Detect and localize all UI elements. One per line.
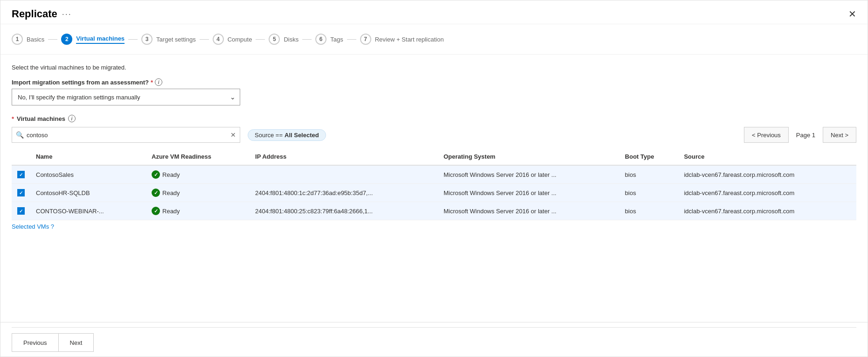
step-6-circle: 6 — [315, 34, 326, 45]
row-name: CONTOSO-WEBINAR-... — [30, 202, 146, 220]
col-ip: IP Address — [250, 148, 438, 165]
row-boot: bios — [619, 165, 679, 184]
step-divider-3 — [200, 39, 209, 40]
section-description: Select the virtual machines to be migrat… — [12, 64, 856, 71]
vm-table: Name Azure VM Readiness IP Address Opera… — [12, 148, 856, 220]
table-row: ✓ CONTOSO-WEBINAR-... ✓ Ready 2404:f801:… — [12, 202, 856, 220]
page-container: Replicate ··· ✕ 1 Basics 2 Virtual machi… — [0, 0, 868, 357]
step-3-label: Target settings — [156, 36, 196, 43]
row-ip: 2404:f801:4800:1c:2d77:36ad:e95b:35d7,..… — [250, 184, 438, 202]
step-2-circle: 2 — [61, 34, 72, 45]
filter-value: All Selected — [285, 132, 319, 139]
col-checkbox — [12, 148, 30, 165]
footer-next-button[interactable]: Next — [58, 333, 94, 352]
row-os: Microsoft Windows Server 2016 or later .… — [438, 165, 619, 184]
step-5-circle: 5 — [269, 34, 280, 45]
import-field-label: Import migration settings from an assess… — [12, 78, 856, 86]
previous-page-button[interactable]: < Previous — [744, 127, 789, 143]
step-1-circle: 1 — [12, 34, 23, 45]
header-left: Replicate ··· — [12, 8, 72, 20]
vm-required-star: * — [12, 115, 14, 122]
step-divider-2 — [128, 39, 138, 40]
footer-previous-button[interactable]: Previous — [12, 333, 58, 352]
row-checkbox-cell[interactable]: ✓ — [12, 165, 30, 184]
import-info-icon[interactable]: i — [155, 78, 162, 86]
row-name: ContosoSales — [30, 165, 146, 184]
ready-label: Ready — [162, 189, 180, 196]
import-dropdown-value: No, I'll specify the migration settings … — [18, 94, 140, 101]
search-filter-bar: 🔍 ✕ Source == All Selected < Previous Pa… — [12, 127, 856, 143]
row-os: Microsoft Windows Server 2016 or later .… — [438, 202, 619, 220]
row-readiness: ✓ Ready — [146, 165, 250, 184]
import-dropdown[interactable]: No, I'll specify the migration settings … — [12, 89, 240, 105]
row-source: idclab-vcen67.fareast.corp.microsoft.com — [678, 202, 856, 220]
step-tags[interactable]: 6 Tags — [315, 32, 343, 47]
row-checkbox[interactable]: ✓ — [17, 189, 25, 196]
row-checkbox[interactable]: ✓ — [17, 171, 25, 178]
footer: Previous Next — [0, 322, 868, 357]
step-target-settings[interactable]: 3 Target settings — [141, 32, 196, 47]
row-boot: bios — [619, 184, 679, 202]
filter-badge[interactable]: Source == All Selected — [248, 129, 326, 141]
header: Replicate ··· ✕ — [0, 0, 868, 24]
step-2-label: Virtual machines — [76, 35, 125, 44]
col-os: Operating System — [438, 148, 619, 165]
selected-vms-link[interactable]: Selected VMs ? — [12, 223, 54, 230]
row-source: idclab-vcen67.fareast.corp.microsoft.com — [678, 165, 856, 184]
step-compute[interactable]: 4 Compute — [213, 32, 252, 47]
vm-section-label: * Virtual machines i — [12, 115, 856, 122]
step-divider-4 — [256, 39, 265, 40]
next-page-button[interactable]: Next > — [823, 127, 856, 143]
step-7-label: Review + Start replication — [375, 36, 444, 43]
row-name: ContosoHR-SQLDB — [30, 184, 146, 202]
page-title: Replicate — [12, 8, 57, 20]
step-review[interactable]: 7 Review + Start replication — [360, 32, 444, 47]
table-header-row: Name Azure VM Readiness IP Address Opera… — [12, 148, 856, 165]
more-options-icon[interactable]: ··· — [62, 9, 72, 19]
page-info: Page 1 — [791, 132, 821, 139]
row-readiness: ✓ Ready — [146, 202, 250, 220]
step-7-circle: 7 — [360, 34, 371, 45]
row-readiness: ✓ Ready — [146, 184, 250, 202]
row-os: Microsoft Windows Server 2016 or later .… — [438, 184, 619, 202]
step-divider-6 — [347, 39, 356, 40]
step-3-circle: 3 — [141, 34, 153, 45]
row-checkbox[interactable]: ✓ — [17, 207, 25, 215]
search-box: 🔍 ✕ — [12, 127, 240, 143]
table-row: ✓ ContosoHR-SQLDB ✓ Ready 2404:f801:4800… — [12, 184, 856, 202]
main-content: Select the virtual machines to be migrat… — [0, 55, 868, 322]
step-1-label: Basics — [27, 36, 44, 43]
step-basics[interactable]: 1 Basics — [12, 32, 44, 47]
row-source: idclab-vcen67.fareast.corp.microsoft.com — [678, 184, 856, 202]
step-divider-1 — [48, 39, 57, 40]
col-boot: Boot Type — [619, 148, 679, 165]
step-4-label: Compute — [228, 36, 252, 43]
row-boot: bios — [619, 202, 679, 220]
filter-prefix: Source == — [255, 132, 283, 139]
step-6-label: Tags — [330, 36, 343, 43]
close-icon[interactable]: ✕ — [848, 9, 856, 19]
ready-icon: ✓ — [152, 207, 160, 215]
import-dropdown-container: No, I'll specify the migration settings … — [12, 89, 240, 105]
vm-section: * Virtual machines i 🔍 ✕ Source == All S… — [12, 115, 856, 230]
row-checkbox-cell[interactable]: ✓ — [12, 202, 30, 220]
ready-icon: ✓ — [152, 170, 160, 179]
ready-label: Ready — [162, 171, 180, 178]
row-checkbox-cell[interactable]: ✓ — [12, 184, 30, 202]
wizard-steps: 1 Basics 2 Virtual machines 3 Target set… — [0, 24, 868, 55]
step-4-circle: 4 — [213, 34, 224, 45]
step-5-label: Disks — [284, 36, 299, 43]
search-clear-icon[interactable]: ✕ — [230, 131, 236, 139]
col-readiness: Azure VM Readiness — [146, 148, 250, 165]
row-ip — [250, 165, 438, 184]
search-input[interactable] — [27, 132, 230, 139]
step-disks[interactable]: 5 Disks — [269, 32, 299, 47]
pagination: < Previous Page 1 Next > — [744, 127, 856, 143]
step-virtual-machines[interactable]: 2 Virtual machines — [61, 32, 125, 47]
col-name: Name — [30, 148, 146, 165]
required-star: * — [151, 79, 153, 86]
table-row: ✓ ContosoSales ✓ Ready Microsoft Windows… — [12, 165, 856, 184]
ready-icon: ✓ — [152, 189, 160, 197]
vm-info-icon[interactable]: i — [68, 115, 76, 122]
bottom-actions: Previous Next — [12, 327, 856, 352]
